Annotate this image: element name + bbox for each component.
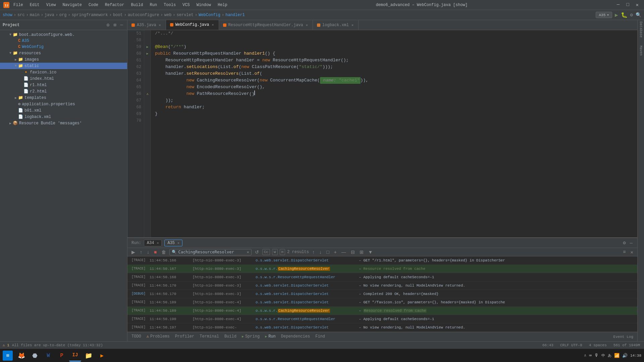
close-a35[interactable]: ✕: [177, 241, 179, 245]
status-indent[interactable]: 4 spaces: [588, 343, 608, 347]
menu-tools[interactable]: Tools: [162, 2, 177, 8]
run-config-button[interactable]: A35 ▾: [596, 12, 612, 18]
sidebar-gear-icon[interactable]: ⊞: [112, 21, 117, 28]
word-match-button[interactable]: W: [272, 249, 278, 255]
clear-button[interactable]: 🗑: [160, 249, 167, 255]
nav-servlet[interactable]: servlet: [177, 13, 194, 17]
maven-icon[interactable]: Maven: [639, 46, 643, 56]
log-search-input[interactable]: [178, 250, 245, 254]
menu-vcs[interactable]: VCS: [181, 2, 191, 8]
menu-edit[interactable]: Edit: [29, 2, 41, 8]
tab-find[interactable]: Find: [313, 332, 328, 342]
stop-button[interactable]: ■: [153, 249, 158, 255]
filter-icon[interactable]: ▼: [367, 249, 374, 255]
tree-item-images[interactable]: ▶ 📁 images: [0, 56, 127, 63]
code-editor[interactable]: 51 58 59 60 61 62 63 64 65 66 67 68 69 7…: [127, 30, 637, 237]
tree-item-r1[interactable]: ▶ 📄 r1.html: [0, 82, 127, 88]
tree-item-b01[interactable]: ▶ 📄 b01.xml: [0, 107, 127, 114]
tree-item-boot[interactable]: ▼ 📁 boot.autoconfigure.web.: [0, 32, 127, 38]
code-content[interactable]: /*...*/ @Bean("/**") public ResourceHttp…: [151, 30, 637, 237]
nav-webconfig[interactable]: WebConfig: [199, 13, 220, 17]
tab-spring[interactable]: ▶ Spring: [239, 332, 262, 342]
filter-toggle[interactable]: ≡: [622, 249, 627, 255]
tree-item-templates[interactable]: ▶ 📁 templates: [0, 95, 127, 101]
tree-item-favicon[interactable]: ▶ 🔸 favicon.ico: [0, 69, 127, 75]
taskbar-intellij[interactable]: IJ: [69, 350, 81, 362]
nav-show[interactable]: show: [3, 13, 12, 17]
nav-handler1[interactable]: handler1: [225, 13, 245, 17]
wifi-icon[interactable]: 📶: [614, 353, 620, 358]
taskbar-powerpoint[interactable]: P: [56, 350, 68, 362]
nav-boot[interactable]: boot: [113, 13, 123, 17]
nav-web[interactable]: web: [164, 13, 172, 17]
start-button[interactable]: ⊞: [3, 351, 13, 361]
menu-view[interactable]: View: [45, 2, 57, 8]
tree-item-messages[interactable]: ▶ 📦 Resource Bundle 'messages': [0, 120, 127, 126]
menu-run[interactable]: Run: [148, 2, 158, 8]
ime-icon[interactable]: 中: [601, 353, 605, 358]
next-match[interactable]: ↓: [318, 249, 323, 255]
taskbar-files[interactable]: 📁: [83, 350, 95, 362]
settings-icon[interactable]: ⚙: [630, 12, 633, 18]
tree-item-resources[interactable]: ▼ 📁 resources: [0, 50, 127, 56]
tab-a35[interactable]: A35.java ✕: [127, 20, 166, 30]
sidebar-settings-icon[interactable]: ⚙: [105, 21, 111, 28]
tab-logback[interactable]: logback.xml ✕: [313, 20, 359, 30]
close-search-icon[interactable]: ✕: [629, 249, 635, 255]
database-icon[interactable]: Database: [639, 21, 643, 38]
nav-springframework[interactable]: springframework: [72, 13, 108, 17]
regex-button[interactable]: H: [280, 249, 285, 255]
close-button[interactable]: ✕: [634, 1, 641, 8]
tab-profiler[interactable]: Profiler: [172, 332, 197, 342]
collapse-bottom-icon[interactable]: —: [628, 240, 635, 246]
menu-file[interactable]: File: [12, 2, 24, 8]
case-sensitive-button[interactable]: Cc: [262, 249, 270, 255]
fold-button[interactable]: ⊟: [350, 249, 356, 255]
tab-close-resource[interactable]: ✕: [305, 23, 309, 27]
tab-close-logback[interactable]: ✕: [351, 23, 354, 27]
expand-button[interactable]: □: [325, 249, 330, 255]
sidebar-collapse-icon[interactable]: —: [119, 21, 124, 28]
filter-options-button[interactable]: +: [332, 249, 338, 255]
tab-build[interactable]: Build: [222, 332, 239, 342]
restart-button[interactable]: ▶: [130, 249, 137, 255]
status-position[interactable]: 66:43: [541, 343, 555, 347]
status-encoding[interactable]: CRLF UTF-8: [559, 343, 584, 347]
tab-problems[interactable]: ⚠ Problems: [144, 332, 172, 342]
prev-result-button[interactable]: ↺: [254, 249, 260, 255]
tab-resource[interactable]: ResourceHttpRequestHandler.java ✕: [219, 20, 313, 30]
menu-help[interactable]: Help: [216, 2, 229, 8]
tab-close-webconfig[interactable]: ✕: [211, 22, 214, 27]
export-button[interactable]: —: [340, 249, 347, 255]
prev-match[interactable]: ↑: [311, 249, 316, 255]
menu-build[interactable]: Build: [129, 2, 144, 8]
settings-icon-bottom[interactable]: ⚙: [621, 240, 628, 246]
tree-item-static[interactable]: ▼ 📁 static: [0, 63, 127, 69]
taskbar-edge[interactable]: ⬣: [29, 350, 41, 362]
mic-icon[interactable]: 🎙: [594, 353, 599, 358]
menu-navigate[interactable]: Navigate: [61, 2, 83, 8]
search-clear-button[interactable]: ✕: [247, 250, 249, 255]
run-tab-a35[interactable]: A35 ✕: [164, 240, 182, 246]
tree-item-logback[interactable]: ▶ 📄 logback.xml: [0, 114, 127, 120]
tree-item-appprops[interactable]: ▶ ⚙ application.properties: [0, 101, 127, 107]
tab-close-a35[interactable]: ✕: [158, 23, 162, 27]
tree-item-r2[interactable]: ▶ 📄 r2.html: [0, 88, 127, 95]
minimize-button[interactable]: ─: [615, 1, 622, 8]
tree-item-a35[interactable]: ▶ C A35: [0, 38, 127, 44]
kanji-icon[interactable]: あ: [608, 353, 611, 358]
scroll-up-button[interactable]: ↑: [139, 249, 144, 255]
nav-autoconfigure[interactable]: autoconfigure: [128, 13, 159, 17]
debug-button[interactable]: 🐛: [621, 12, 628, 18]
nav-org[interactable]: org: [59, 13, 67, 17]
tab-webconfig[interactable]: WebConfig.java ✕: [166, 20, 219, 30]
status-lines[interactable]: 561 of 1949M: [612, 343, 641, 347]
menu-refactor[interactable]: Refactor: [104, 2, 126, 8]
tab-todo[interactable]: TODO: [129, 332, 144, 342]
volume-icon[interactable]: 🔊: [622, 353, 628, 358]
search-icon[interactable]: 🔍: [636, 12, 641, 18]
event-log-link[interactable]: Event Log: [611, 335, 636, 339]
taskbar-vlc[interactable]: ▶: [96, 350, 108, 362]
nav-src[interactable]: src: [17, 13, 25, 17]
menu-window[interactable]: Window: [195, 2, 212, 8]
